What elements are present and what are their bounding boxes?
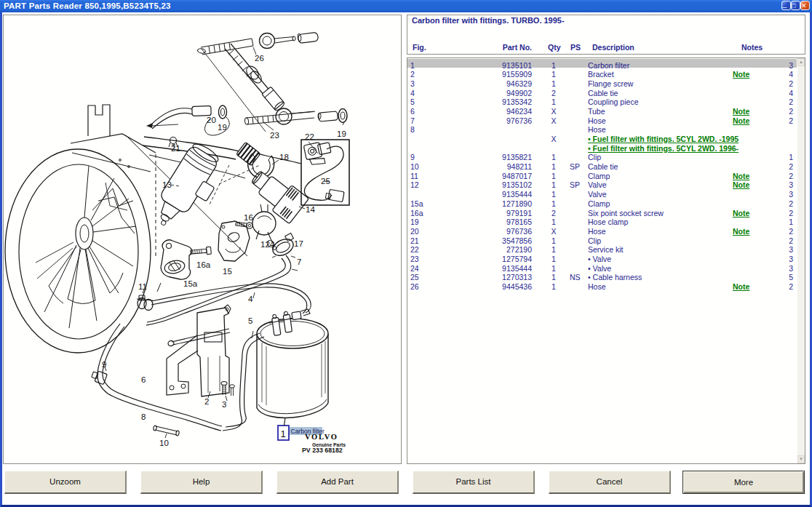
svg-text:21: 21 [171,144,180,153]
svg-text:15a: 15a [183,279,198,288]
svg-text:23: 23 [270,131,279,140]
svg-text:25: 25 [321,177,330,185]
svg-text:VOLVO: VOLVO [305,433,338,441]
svg-text:15: 15 [223,267,232,276]
svg-text:5: 5 [248,316,252,325]
svg-text:1: 1 [281,428,286,439]
svg-text:17: 17 [294,239,303,248]
svg-text:PV 233 68182: PV 233 68182 [302,447,343,454]
svg-text:13: 13 [162,180,172,189]
svg-text:4: 4 [248,295,253,303]
svg-text:7: 7 [297,258,301,266]
svg-text:18: 18 [279,153,289,161]
svg-text:16a: 16a [196,260,211,269]
svg-text:16: 16 [244,213,253,222]
svg-text:19: 19 [218,123,227,132]
svg-text:19: 19 [337,129,346,138]
svg-text:14: 14 [306,205,315,214]
svg-text:26: 26 [255,54,264,63]
svg-text:22: 22 [305,132,314,141]
svg-text:20: 20 [207,116,216,124]
svg-text:10: 10 [159,439,169,447]
svg-text:2: 2 [204,397,209,406]
svg-text:11: 11 [138,282,147,291]
svg-text:6: 6 [141,375,146,384]
svg-text:9: 9 [102,360,106,369]
svg-text:3: 3 [222,400,226,409]
svg-text:124: 124 [260,240,275,249]
svg-text:8: 8 [141,412,146,421]
